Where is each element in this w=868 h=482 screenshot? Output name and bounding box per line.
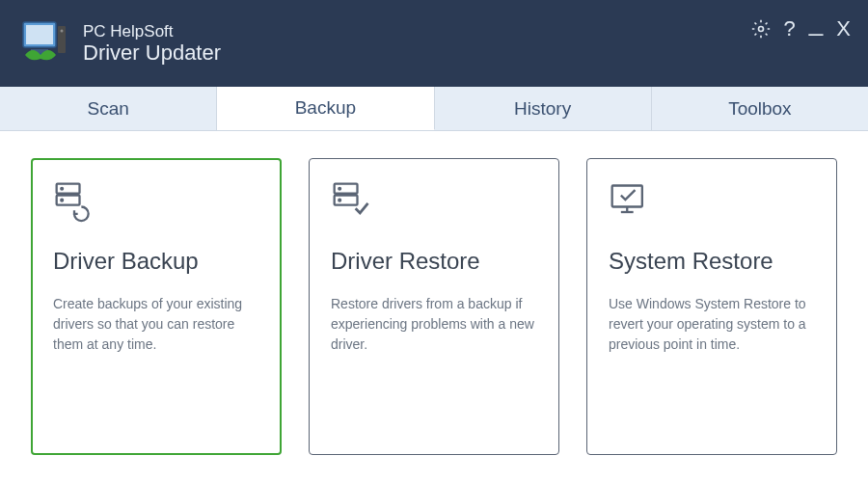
- card-title: System Restore: [609, 248, 815, 275]
- svg-point-13: [339, 188, 340, 190]
- tab-history[interactable]: History: [435, 87, 652, 130]
- svg-rect-1: [26, 25, 53, 44]
- tab-scan[interactable]: Scan: [0, 87, 217, 130]
- card-system-restore[interactable]: System Restore Use Windows System Restor…: [586, 158, 837, 455]
- card-driver-backup[interactable]: Driver Backup Create backups of your exi…: [31, 158, 282, 455]
- card-driver-restore[interactable]: Driver Restore Restore drivers from a ba…: [309, 158, 559, 455]
- app-title: PC HelpSoft Driver Updater: [83, 22, 221, 66]
- minimize-icon[interactable]: _: [809, 8, 823, 38]
- svg-point-10: [61, 200, 63, 201]
- card-description: Restore drivers from a backup if experie…: [331, 294, 537, 355]
- svg-point-9: [61, 188, 63, 190]
- tab-label: Backup: [295, 97, 356, 119]
- close-icon[interactable]: X: [836, 16, 851, 41]
- svg-rect-15: [612, 186, 642, 207]
- tab-toolbox[interactable]: Toolbox: [652, 87, 868, 130]
- card-description: Use Windows System Restore to revert you…: [609, 294, 815, 355]
- app-logo: PC HelpSoft Driver Updater: [17, 16, 221, 70]
- titlebar: PC HelpSoft Driver Updater ? _ X: [0, 0, 868, 87]
- window-controls: ? _ X: [751, 13, 851, 43]
- tab-label: History: [514, 98, 571, 120]
- app-title-line2: Driver Updater: [83, 40, 221, 65]
- tab-label: Scan: [87, 98, 128, 120]
- svg-point-6: [758, 26, 763, 31]
- card-title: Driver Backup: [53, 248, 259, 275]
- tab-backup[interactable]: Backup: [217, 87, 434, 130]
- settings-icon[interactable]: [751, 19, 771, 39]
- card-title: Driver Restore: [331, 248, 537, 275]
- backup-content: Driver Backup Create backups of your exi…: [0, 131, 868, 482]
- logo-icon: [17, 16, 71, 70]
- server-check-icon: [331, 180, 537, 225]
- monitor-check-icon: [609, 180, 815, 225]
- tabbar: Scan Backup History Toolbox: [0, 87, 868, 131]
- help-icon[interactable]: ?: [784, 16, 796, 41]
- tab-label: Toolbox: [728, 98, 792, 120]
- server-backup-icon: [53, 180, 259, 225]
- svg-point-14: [339, 200, 340, 201]
- app-title-line1: PC HelpSoft: [83, 22, 221, 41]
- card-description: Create backups of your existing drivers …: [53, 294, 259, 355]
- svg-point-5: [61, 30, 64, 33]
